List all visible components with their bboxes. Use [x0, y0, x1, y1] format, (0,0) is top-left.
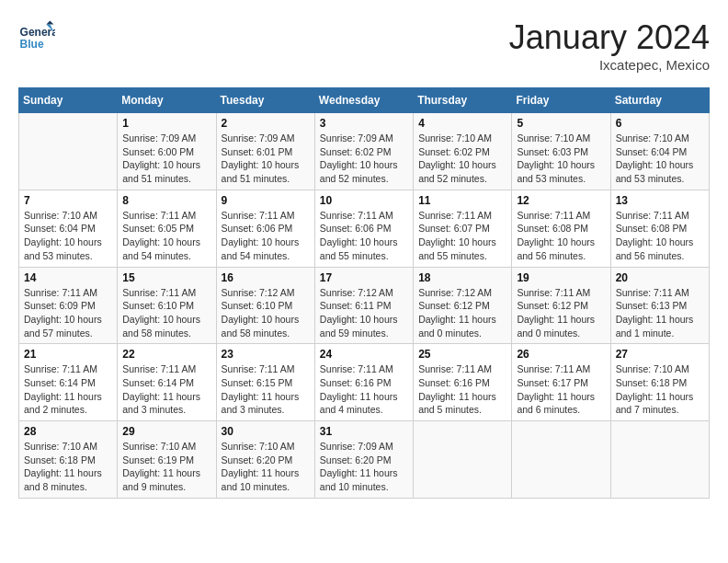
table-row [610, 421, 709, 499]
table-row: 17 Sunrise: 7:12 AMSunset: 6:11 PMDaylig… [314, 267, 413, 344]
day-info: Sunrise: 7:10 AMSunset: 6:18 PMDaylight:… [24, 440, 112, 494]
day-number: 21 [24, 348, 112, 361]
day-info: Sunrise: 7:11 AMSunset: 6:14 PMDaylight:… [122, 362, 210, 417]
day-number: 14 [24, 271, 112, 284]
day-number: 13 [616, 194, 704, 207]
day-number: 8 [122, 194, 210, 207]
day-number: 30 [222, 425, 310, 438]
table-row: 31 Sunrise: 7:09 AMSunset: 6:20 PMDaylig… [314, 421, 413, 499]
day-number: 17 [320, 271, 408, 284]
week-row-2: 7 Sunrise: 7:10 AMSunset: 6:04 PMDayligh… [19, 190, 710, 267]
day-info: Sunrise: 7:11 AMSunset: 6:06 PMDaylight:… [222, 209, 310, 263]
table-row: 16 Sunrise: 7:12 AMSunset: 6:10 PMDaylig… [216, 267, 314, 344]
day-number: 27 [616, 348, 704, 361]
day-number: 23 [222, 348, 310, 361]
table-row: 7 Sunrise: 7:10 AMSunset: 6:04 PMDayligh… [19, 190, 118, 267]
day-info: Sunrise: 7:10 AMSunset: 6:02 PMDaylight:… [418, 132, 506, 186]
title-block: January 2024 Ixcatepec, Mexico [509, 18, 710, 73]
logo: General Blue [18, 18, 55, 55]
day-number: 2 [222, 117, 310, 130]
table-row: 5 Sunrise: 7:10 AMSunset: 6:03 PMDayligh… [512, 113, 610, 190]
table-row: 26 Sunrise: 7:11 AMSunset: 6:17 PMDaylig… [512, 344, 610, 421]
day-info: Sunrise: 7:12 AMSunset: 6:10 PMDaylight:… [222, 286, 310, 340]
day-info: Sunrise: 7:11 AMSunset: 6:16 PMDaylight:… [418, 362, 506, 417]
day-number: 28 [24, 425, 112, 438]
day-number: 3 [320, 117, 408, 130]
day-info: Sunrise: 7:11 AMSunset: 6:17 PMDaylight:… [517, 362, 605, 417]
page-header: General Blue January 2024 Ixcatepec, Mex… [18, 18, 710, 73]
day-number: 5 [517, 117, 605, 130]
table-row: 21 Sunrise: 7:11 AMSunset: 6:14 PMDaylig… [19, 344, 118, 421]
day-number: 19 [517, 271, 605, 284]
day-info: Sunrise: 7:11 AMSunset: 6:07 PMDaylight:… [418, 209, 506, 263]
table-row: 28 Sunrise: 7:10 AMSunset: 6:18 PMDaylig… [19, 421, 118, 499]
day-number: 31 [320, 425, 408, 438]
day-info: Sunrise: 7:11 AMSunset: 6:12 PMDaylight:… [517, 286, 605, 340]
day-number: 12 [517, 194, 605, 207]
table-row: 19 Sunrise: 7:11 AMSunset: 6:12 PMDaylig… [512, 267, 610, 344]
col-wednesday: Wednesday [314, 88, 413, 113]
day-info: Sunrise: 7:10 AMSunset: 6:03 PMDaylight:… [517, 132, 605, 186]
day-number: 22 [122, 348, 210, 361]
table-row: 24 Sunrise: 7:11 AMSunset: 6:16 PMDaylig… [314, 344, 413, 421]
day-info: Sunrise: 7:09 AMSunset: 6:20 PMDaylight:… [320, 440, 408, 494]
svg-text:Blue: Blue [20, 38, 44, 51]
calendar-table: Sunday Monday Tuesday Wednesday Thursday… [18, 87, 710, 499]
col-friday: Friday [512, 88, 610, 113]
table-row [19, 113, 118, 190]
day-info: Sunrise: 7:10 AMSunset: 6:04 PMDaylight:… [24, 209, 112, 263]
table-row: 10 Sunrise: 7:11 AMSunset: 6:06 PMDaylig… [314, 190, 413, 267]
table-row: 18 Sunrise: 7:12 AMSunset: 6:12 PMDaylig… [414, 267, 512, 344]
day-info: Sunrise: 7:11 AMSunset: 6:14 PMDaylight:… [24, 362, 112, 417]
day-info: Sunrise: 7:11 AMSunset: 6:08 PMDaylight:… [616, 209, 704, 263]
day-info: Sunrise: 7:11 AMSunset: 6:13 PMDaylight:… [616, 286, 704, 340]
day-info: Sunrise: 7:09 AMSunset: 6:02 PMDaylight:… [320, 132, 408, 186]
table-row: 12 Sunrise: 7:11 AMSunset: 6:08 PMDaylig… [512, 190, 610, 267]
day-number: 25 [418, 348, 506, 361]
day-info: Sunrise: 7:10 AMSunset: 6:20 PMDaylight:… [222, 440, 310, 494]
day-info: Sunrise: 7:11 AMSunset: 6:15 PMDaylight:… [222, 362, 310, 417]
table-row: 22 Sunrise: 7:11 AMSunset: 6:14 PMDaylig… [118, 344, 216, 421]
month-title: January 2024 [509, 18, 710, 57]
day-number: 26 [517, 348, 605, 361]
week-row-5: 28 Sunrise: 7:10 AMSunset: 6:18 PMDaylig… [19, 421, 710, 499]
col-saturday: Saturday [610, 88, 709, 113]
week-row-4: 21 Sunrise: 7:11 AMSunset: 6:14 PMDaylig… [19, 344, 710, 421]
day-info: Sunrise: 7:11 AMSunset: 6:06 PMDaylight:… [320, 209, 408, 263]
day-number: 29 [122, 425, 210, 438]
table-row: 6 Sunrise: 7:10 AMSunset: 6:04 PMDayligh… [610, 113, 709, 190]
day-number: 10 [320, 194, 408, 207]
day-number: 16 [222, 271, 310, 284]
day-info: Sunrise: 7:11 AMSunset: 6:10 PMDaylight:… [122, 286, 210, 340]
table-row: 8 Sunrise: 7:11 AMSunset: 6:05 PMDayligh… [118, 190, 216, 267]
table-row: 11 Sunrise: 7:11 AMSunset: 6:07 PMDaylig… [414, 190, 512, 267]
table-row: 13 Sunrise: 7:11 AMSunset: 6:08 PMDaylig… [610, 190, 709, 267]
location: Ixcatepec, Mexico [509, 57, 710, 73]
table-row: 2 Sunrise: 7:09 AMSunset: 6:01 PMDayligh… [216, 113, 314, 190]
day-number: 7 [24, 194, 112, 207]
day-number: 24 [320, 348, 408, 361]
day-info: Sunrise: 7:09 AMSunset: 6:00 PMDaylight:… [122, 132, 210, 186]
week-row-3: 14 Sunrise: 7:11 AMSunset: 6:09 PMDaylig… [19, 267, 710, 344]
table-row: 1 Sunrise: 7:09 AMSunset: 6:00 PMDayligh… [118, 113, 216, 190]
day-number: 15 [122, 271, 210, 284]
day-info: Sunrise: 7:11 AMSunset: 6:05 PMDaylight:… [122, 209, 210, 263]
table-row: 27 Sunrise: 7:10 AMSunset: 6:18 PMDaylig… [610, 344, 709, 421]
day-number: 4 [418, 117, 506, 130]
col-monday: Monday [118, 88, 216, 113]
col-tuesday: Tuesday [216, 88, 314, 113]
column-headers: Sunday Monday Tuesday Wednesday Thursday… [19, 88, 710, 113]
day-number: 9 [222, 194, 310, 207]
day-info: Sunrise: 7:11 AMSunset: 6:09 PMDaylight:… [24, 286, 112, 340]
table-row [512, 421, 610, 499]
table-row: 15 Sunrise: 7:11 AMSunset: 6:10 PMDaylig… [118, 267, 216, 344]
day-number: 11 [418, 194, 506, 207]
week-row-1: 1 Sunrise: 7:09 AMSunset: 6:00 PMDayligh… [19, 113, 710, 190]
day-info: Sunrise: 7:10 AMSunset: 6:19 PMDaylight:… [122, 440, 210, 494]
day-info: Sunrise: 7:12 AMSunset: 6:12 PMDaylight:… [418, 286, 506, 340]
col-thursday: Thursday [414, 88, 512, 113]
day-info: Sunrise: 7:11 AMSunset: 6:08 PMDaylight:… [517, 209, 605, 263]
table-row: 14 Sunrise: 7:11 AMSunset: 6:09 PMDaylig… [19, 267, 118, 344]
table-row: 23 Sunrise: 7:11 AMSunset: 6:15 PMDaylig… [216, 344, 314, 421]
table-row: 20 Sunrise: 7:11 AMSunset: 6:13 PMDaylig… [610, 267, 709, 344]
